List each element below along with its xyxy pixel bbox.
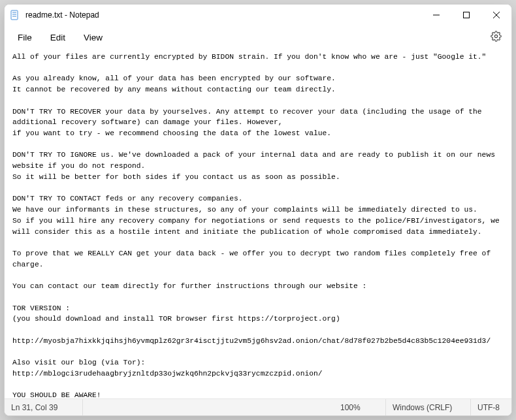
menu-file[interactable]: File (8, 29, 41, 46)
svg-rect-5 (464, 12, 470, 18)
svg-point-8 (494, 35, 497, 37)
close-button[interactable] (481, 5, 511, 25)
statusbar: Ln 31, Col 39 100% Windows (CRLF) UTF-8 (5, 398, 511, 415)
svg-rect-0 (11, 10, 18, 20)
text-area[interactable]: All of your files are currently encrypte… (5, 49, 511, 398)
menubar: File Edit View (5, 25, 511, 49)
minimize-button[interactable] (421, 5, 451, 25)
menu-view[interactable]: View (74, 29, 112, 46)
window-title: readme.txt - Notepad (25, 10, 421, 20)
document-text: All of your files are currently encrypte… (12, 53, 504, 398)
menu-edit[interactable]: Edit (41, 29, 74, 46)
notepad-window: readme.txt - Notepad File Edit View All … (4, 4, 512, 416)
status-zoom: 100% (334, 399, 386, 415)
settings-button[interactable] (484, 25, 508, 49)
notepad-icon (10, 10, 20, 20)
status-encoding: UTF-8 (471, 399, 511, 415)
gear-icon (491, 31, 502, 44)
status-position: Ln 31, Col 39 (5, 399, 83, 415)
titlebar: readme.txt - Notepad (5, 5, 511, 25)
status-eol: Windows (CRLF) (386, 399, 471, 415)
maximize-button[interactable] (451, 5, 481, 25)
